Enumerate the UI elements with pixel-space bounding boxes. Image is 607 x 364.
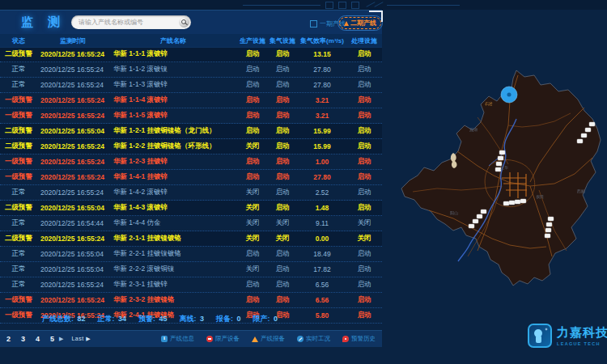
- brand-name: 力嘉科技: [557, 325, 607, 341]
- table-row[interactable]: 正常 2020/12/25 16:55:04 华新 2-2-2 滚镀铜镍 关闭 …: [0, 262, 382, 277]
- row-gas-facility: 启动: [267, 280, 298, 290]
- station-marker[interactable]: [503, 201, 509, 205]
- table-row[interactable]: 正常 2020/12/25 16:54:44 华新 1-4-4 仿金 关闭 关闭…: [0, 216, 382, 231]
- station-marker[interactable]: [469, 224, 474, 228]
- summary-item: 正常: 34: [98, 314, 127, 324]
- legend-label: 实时工况: [306, 335, 330, 343]
- row-status: 二级预警: [0, 49, 37, 59]
- row-line-name: 华新 1-2-3 挂镀锌: [108, 157, 238, 167]
- row-time: 2020/12/25 16:55:04: [37, 204, 108, 212]
- legend-item[interactable]: 预警历史: [342, 335, 376, 343]
- legend-label: 产线报备: [261, 335, 285, 343]
- page-button[interactable]: 3: [21, 335, 25, 343]
- top-decoration-strip: [0, 0, 607, 10]
- page-title: 监 测: [21, 15, 66, 30]
- row-production-facility: 启动: [238, 49, 267, 59]
- station-marker[interactable]: [545, 228, 551, 232]
- station-marker[interactable]: [581, 133, 587, 138]
- row-time: 2020/12/25 16:54:44: [37, 219, 108, 227]
- map-label: 龙华: [500, 165, 508, 170]
- legend-label: 限产设备: [215, 335, 240, 343]
- row-line-name: 华新 1-1-4 滚镀锌: [108, 95, 238, 105]
- row-gas-facility: 关闭: [267, 234, 298, 243]
- star-icon: [545, 328, 548, 331]
- map-label: 石岩: [485, 101, 493, 107]
- row-status: 一级预警: [0, 95, 37, 105]
- legend-item[interactable]: 限产设备: [206, 335, 240, 343]
- station-marker[interactable]: [548, 217, 554, 221]
- row-status: 正常: [0, 188, 37, 197]
- table-row[interactable]: 一级预警 2020/12/25 16:55:24 华新 1-4-1 挂镀锌 启动…: [0, 170, 382, 185]
- row-time: 2020/12/25 16:55:24: [37, 112, 108, 120]
- row-line-name: 华新 2-3-2 挂镀镍铬: [108, 295, 238, 305]
- row-gas-efficiency: 3.21: [298, 112, 346, 120]
- station-marker[interactable]: [585, 128, 591, 132]
- row-production-facility: 启动: [238, 157, 267, 167]
- page-button[interactable]: 5: [50, 335, 54, 343]
- row-processing-facility: 启动: [346, 249, 382, 259]
- table-row[interactable]: 正常 2020/12/25 16:55:24 华新 1-4-2 滚镀锌 关闭 启…: [0, 185, 382, 201]
- legend-item[interactable]: 产线报备: [252, 335, 285, 343]
- station-marker[interactable]: [473, 219, 478, 223]
- station-marker[interactable]: [515, 200, 520, 204]
- row-time: 2020/12/25 16:55:24: [37, 50, 108, 58]
- table-row[interactable]: 正常 2020/12/25 16:55:24 华新 1-1-2 滚镀镍 启动 启…: [0, 62, 382, 78]
- search-button[interactable]: [179, 17, 189, 28]
- station-marker[interactable]: [498, 156, 503, 160]
- page-button[interactable]: 2: [6, 335, 11, 343]
- next-page-button[interactable]: ▶: [59, 336, 63, 342]
- station-marker[interactable]: [499, 150, 505, 154]
- station-marker[interactable]: [509, 201, 515, 205]
- legend-item[interactable]: 产线信息: [161, 335, 194, 343]
- map-label: 阳山: [450, 210, 458, 216]
- row-line-name: 华新 2-2-2 滚镀铜镍: [108, 265, 238, 274]
- row-line-name: 华新 1-4-1 挂镀锌: [108, 172, 238, 182]
- row-status: 正常: [0, 65, 37, 74]
- table-row[interactable]: 一级预警 2020/12/25 16:55:24 华新 2-3-2 挂镀镍铬 启…: [0, 293, 382, 308]
- table-row[interactable]: 二级预警 2020/12/25 16:55:24 华新 1-2-2 挂镀铜镍铬（…: [0, 139, 382, 154]
- row-gas-facility: 启动: [267, 49, 298, 59]
- search-input[interactable]: [71, 15, 182, 29]
- table-row[interactable]: 二级预警 2020/12/25 16:55:24 华新 2-1-1 挂镀镍镀铬 …: [0, 231, 382, 247]
- row-production-facility: 关闭: [238, 142, 267, 151]
- col-line-name: 产线名称: [108, 36, 238, 45]
- page-button[interactable]: 4: [36, 335, 40, 343]
- table-row[interactable]: 一级预警 2020/12/25 16:55:24 华新 1-2-3 挂镀锌 启动…: [0, 154, 382, 170]
- flame-icon: [344, 21, 349, 26]
- row-line-name: 华新 1-1-5 滚镀锌: [108, 111, 238, 121]
- row-production-facility: 启动: [238, 126, 267, 136]
- col-efficiency: 集气效率(m³/s): [298, 36, 346, 45]
- table-row[interactable]: 正常 2020/12/25 16:55:24 华新 2-3-1 挂镀锌 启动 启…: [0, 277, 382, 293]
- station-marker[interactable]: [546, 222, 552, 226]
- row-processing-facility: 启动: [346, 172, 382, 182]
- table-row[interactable]: 二级预警 2020/12/25 16:55:04 华新 1-2-1 挂镀铜镍铬（…: [0, 124, 382, 139]
- table-rows: 二级预警 2020/12/25 16:55:24 华新 1-1-1 滚镀锌 启动…: [0, 47, 382, 324]
- station-marker[interactable]: [577, 139, 583, 143]
- last-page-button[interactable]: Last ▶: [71, 336, 91, 342]
- table-header: 状态 监测时间 产线名称 生产设施 集气设施 集气效率(m³/s) 处理设施: [0, 34, 382, 48]
- district-map[interactable]: 石岩观湖龙华坂田西丽阳山: [380, 44, 607, 364]
- row-status: 一级预警: [0, 295, 37, 305]
- row-production-facility: 启动: [238, 111, 267, 121]
- restricted-device-icon: [206, 336, 213, 342]
- table-row[interactable]: 二级预警 2020/12/25 16:55:04 华新 1-4-3 滚镀锌 关闭…: [0, 201, 382, 216]
- row-status: 一级预警: [0, 157, 37, 167]
- station-marker[interactable]: [520, 199, 526, 203]
- league-tech-logo-icon: [528, 324, 552, 348]
- row-gas-efficiency: 17.82: [298, 265, 346, 273]
- station-marker[interactable]: [589, 122, 595, 126]
- table-row[interactable]: 一级预警 2020/12/25 16:55:24 华新 1-1-5 滚镀锌 启动…: [0, 108, 382, 124]
- station-marker[interactable]: [481, 210, 486, 214]
- legend-item[interactable]: 实时工况: [297, 335, 330, 343]
- row-time: 2020/12/25 16:55:04: [37, 250, 108, 258]
- row-gas-facility: 启动: [267, 126, 298, 136]
- row-line-name: 华新 2-3-1 挂镀锌: [108, 280, 238, 290]
- table-row[interactable]: 二级预警 2020/12/25 16:55:24 华新 1-1-1 滚镀锌 启动…: [0, 47, 382, 62]
- row-processing-facility: 启动: [346, 142, 382, 151]
- station-marker[interactable]: [477, 214, 482, 218]
- station-marker[interactable]: [545, 234, 550, 238]
- table-row[interactable]: 正常 2020/12/25 16:55:04 华新 2-2-1 挂镀镍镀铬 启动…: [0, 247, 382, 262]
- alarm-history-icon: [342, 336, 349, 342]
- table-row[interactable]: 正常 2020/12/25 16:55:24 华新 1-1-3 滚镀锌 启动 启…: [0, 78, 382, 93]
- table-row[interactable]: 一级预警 2020/12/25 16:55:24 华新 1-1-4 滚镀锌 启动…: [0, 93, 382, 108]
